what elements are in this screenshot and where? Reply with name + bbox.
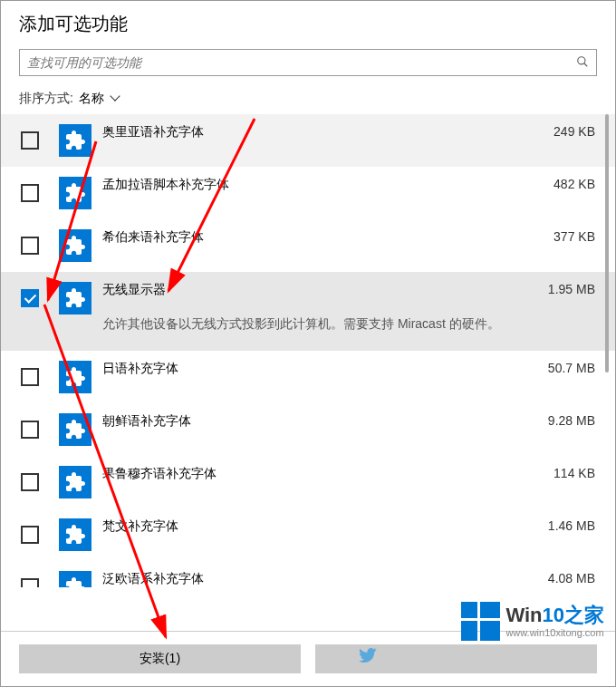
list-item[interactable]: 日语补充字体50.7 MB — [1, 351, 615, 403]
checkbox[interactable] — [21, 289, 39, 307]
page-title: 添加可选功能 — [1, 1, 615, 49]
sort-dropdown[interactable]: 排序方式: 名称 — [1, 85, 615, 114]
chevron-down-icon — [110, 91, 120, 101]
item-size: 377 KB — [553, 229, 595, 244]
feature-list: 奥里亚语补充字体249 KB孟加拉语脚本补充字体482 KB希伯来语补充字体37… — [1, 114, 615, 587]
item-description: 允许其他设备以无线方式投影到此计算机。需要支持 Miracast 的硬件。 — [102, 316, 539, 333]
watermark: Win10之家 www.win10xitong.com — [461, 602, 604, 641]
windows-logo-icon — [461, 602, 500, 641]
cancel-button[interactable] — [315, 644, 597, 673]
puzzle-icon — [59, 571, 91, 587]
install-button[interactable]: 安装(1) — [19, 644, 301, 673]
puzzle-icon — [59, 466, 91, 498]
item-title: 朝鲜语补充字体 — [102, 413, 539, 430]
sort-value: 名称 — [79, 91, 104, 105]
scrollbar[interactable] — [605, 114, 609, 587]
list-item[interactable]: 无线显示器允许其他设备以无线方式投影到此计算机。需要支持 Miracast 的硬… — [1, 272, 615, 351]
item-size: 1.95 MB — [548, 282, 595, 296]
checkbox[interactable] — [21, 184, 39, 202]
scrollbar-thumb[interactable] — [605, 114, 609, 373]
svg-point-0 — [578, 56, 585, 63]
checkbox[interactable] — [21, 578, 39, 587]
item-size: 482 KB — [553, 177, 595, 191]
puzzle-icon — [59, 361, 91, 393]
list-item[interactable]: 朝鲜语补充字体9.28 MB — [1, 403, 615, 456]
list-item[interactable]: 泛欧语系补充字体4.08 MB — [1, 561, 615, 587]
search-icon[interactable] — [576, 55, 589, 71]
puzzle-icon — [59, 518, 91, 551]
list-item[interactable]: 孟加拉语脚本补充字体482 KB — [1, 167, 615, 219]
puzzle-icon — [59, 229, 91, 262]
puzzle-icon — [59, 413, 91, 446]
checkbox[interactable] — [21, 526, 39, 544]
checkbox[interactable] — [21, 131, 39, 150]
checkbox[interactable] — [21, 237, 39, 255]
list-item[interactable]: 梵文补充字体1.46 MB — [1, 508, 615, 561]
item-title: 奥里亚语补充字体 — [102, 124, 544, 140]
item-title: 无线显示器 — [102, 282, 539, 298]
item-title: 日语补充字体 — [102, 361, 539, 377]
bird-icon — [359, 648, 377, 663]
svg-line-1 — [584, 63, 588, 66]
search-input[interactable] — [27, 55, 576, 70]
item-title: 希伯来语补充字体 — [102, 229, 544, 246]
watermark-accent: Win10 — [505, 604, 564, 626]
item-size: 249 KB — [553, 124, 595, 139]
item-size: 114 KB — [553, 466, 595, 480]
search-box[interactable] — [19, 49, 597, 76]
list-item[interactable]: 希伯来语补充字体377 KB — [1, 219, 615, 272]
checkbox[interactable] — [21, 421, 39, 439]
checkbox[interactable] — [21, 368, 39, 386]
puzzle-icon — [59, 124, 91, 157]
puzzle-icon — [59, 177, 91, 209]
list-item[interactable]: 果鲁穆齐语补充字体114 KB — [1, 456, 615, 508]
item-title: 果鲁穆齐语补充字体 — [102, 466, 544, 482]
sort-label: 排序方式: — [19, 91, 73, 105]
item-title: 泛欧语系补充字体 — [102, 571, 539, 587]
puzzle-icon — [59, 282, 91, 314]
item-size: 9.28 MB — [548, 413, 595, 428]
watermark-url: www.win10xitong.com — [505, 627, 604, 638]
item-size: 4.08 MB — [548, 571, 595, 585]
list-item[interactable]: 奥里亚语补充字体249 KB — [1, 114, 615, 167]
item-title: 梵文补充字体 — [102, 518, 539, 535]
item-title: 孟加拉语脚本补充字体 — [102, 177, 544, 193]
checkbox[interactable] — [21, 473, 39, 491]
item-size: 1.46 MB — [548, 518, 595, 533]
item-size: 50.7 MB — [548, 361, 595, 375]
